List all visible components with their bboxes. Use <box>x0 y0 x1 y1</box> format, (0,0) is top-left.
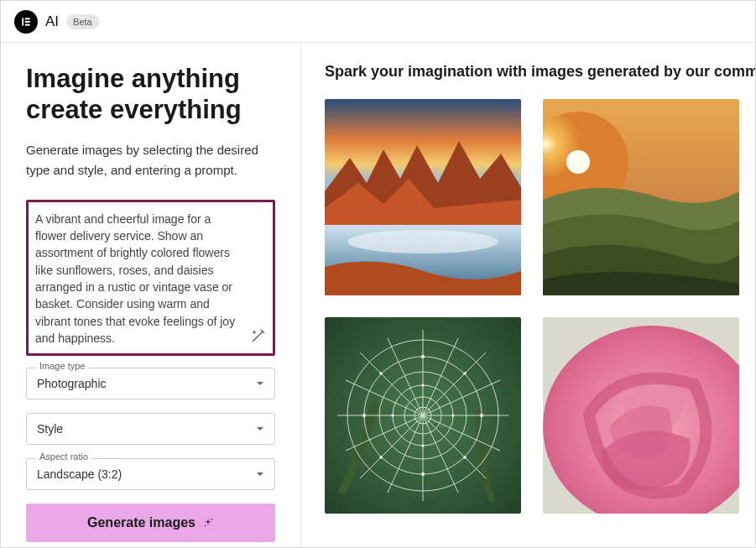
generate-button[interactable]: Generate images <box>26 504 275 542</box>
aspect-ratio-select[interactable]: Landscape (3:2) <box>26 458 275 490</box>
logo-icon <box>14 10 38 34</box>
svg-point-27 <box>421 355 425 358</box>
svg-point-36 <box>421 444 424 446</box>
svg-point-38 <box>451 414 454 416</box>
beta-badge: Beta <box>66 14 99 29</box>
svg-point-31 <box>379 372 383 375</box>
chevron-down-icon <box>256 379 264 388</box>
chevron-down-icon <box>256 425 264 433</box>
page-title: Imagine anything create everything <box>26 63 275 125</box>
title-line-1: Imagine anything <box>26 64 240 93</box>
svg-point-5 <box>205 525 206 526</box>
sidebar: Imagine anything create everything Gener… <box>1 43 301 547</box>
style-value: Style <box>37 422 63 436</box>
aspect-ratio-label: Aspect ratio <box>36 451 91 462</box>
svg-point-28 <box>421 472 425 476</box>
chevron-down-icon <box>256 470 264 478</box>
gallery-grid <box>325 99 755 514</box>
gallery-thumb[interactable] <box>543 317 739 514</box>
style-select[interactable]: Style <box>26 413 275 445</box>
svg-point-29 <box>362 414 366 417</box>
svg-point-8 <box>347 230 498 253</box>
image-type-select[interactable]: Photographic <box>26 368 275 399</box>
image-type-field: Image type Photographic <box>26 368 275 399</box>
app-header: AI Beta <box>1 1 755 43</box>
svg-point-32 <box>463 456 467 459</box>
svg-rect-3 <box>25 23 30 25</box>
svg-point-37 <box>391 414 394 416</box>
svg-rect-2 <box>25 20 30 22</box>
svg-point-30 <box>480 414 483 417</box>
main-panel: Spark your imagination with images gener… <box>301 43 755 547</box>
gallery-thumb[interactable] <box>543 99 739 295</box>
wand-icon <box>250 327 267 344</box>
svg-point-11 <box>566 150 590 174</box>
aspect-ratio-field: Aspect ratio Landscape (3:2) <box>26 458 275 490</box>
enhance-prompt-button[interactable] <box>249 326 268 345</box>
style-field: Style <box>26 413 275 445</box>
svg-rect-1 <box>25 18 30 19</box>
prompt-container <box>26 200 275 356</box>
svg-point-4 <box>211 519 212 520</box>
svg-point-35 <box>421 384 424 386</box>
gallery-thumb[interactable] <box>325 317 521 514</box>
svg-point-34 <box>379 456 383 459</box>
prompt-input[interactable] <box>34 207 244 348</box>
page-subtitle: Generate images by selecting the desired… <box>26 140 275 180</box>
image-type-value: Photographic <box>37 377 107 390</box>
gallery-thumb[interactable] <box>325 99 521 295</box>
svg-rect-0 <box>22 18 23 25</box>
aspect-ratio-value: Landscape (3:2) <box>37 467 122 481</box>
title-line-2: create everything <box>26 95 242 124</box>
gallery-heading: Spark your imagination with images gener… <box>325 63 755 81</box>
generate-label: Generate images <box>87 515 196 530</box>
svg-point-33 <box>463 372 467 375</box>
image-type-label: Image type <box>36 361 88 371</box>
sparkle-icon <box>202 517 214 529</box>
brand-label: AI <box>45 13 59 30</box>
